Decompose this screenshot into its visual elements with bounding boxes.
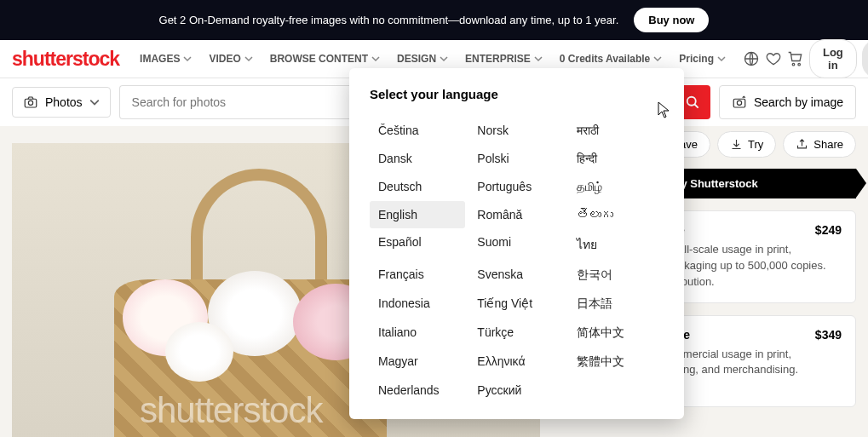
svg-point-1	[792, 63, 795, 66]
language-option[interactable]: Español	[370, 228, 465, 261]
nav-images[interactable]: IMAGES	[133, 48, 198, 70]
promo-bar: Get 2 On-Demand royalty-free images with…	[0, 0, 868, 40]
language-option[interactable]: தமிழ்	[568, 173, 664, 201]
globe-icon	[743, 50, 760, 67]
language-option[interactable]: Tiếng Việt	[468, 290, 564, 319]
language-option[interactable]: Ελληνικά	[468, 348, 564, 377]
login-button[interactable]: Log in	[809, 39, 857, 78]
nav-video[interactable]: VIDEO	[202, 48, 259, 70]
share-icon	[796, 138, 808, 151]
signup-button[interactable]: Sign up	[862, 39, 868, 78]
cart-button[interactable]	[787, 44, 804, 73]
language-option[interactable]: हिन्दी	[568, 145, 664, 173]
language-grid: ČeštinaNorskमराठीDanskPolskiहिन्दीDeutsc…	[370, 117, 664, 404]
search-type-label: Photos	[45, 95, 83, 109]
cart-icon	[787, 50, 804, 67]
download-icon	[730, 138, 743, 151]
chevron-down-icon	[183, 55, 192, 63]
language-option[interactable]: Čeština	[370, 117, 465, 145]
chevron-down-icon	[244, 55, 253, 63]
language-option[interactable]: Polski	[468, 145, 564, 173]
language-option[interactable]: Magyar	[370, 348, 465, 377]
svg-point-7	[737, 101, 741, 105]
try-button[interactable]: Try	[717, 131, 776, 158]
nav-label: DESIGN	[397, 53, 436, 65]
search-by-image-button[interactable]: Search by image	[719, 85, 856, 119]
language-option[interactable]: 한국어	[568, 261, 664, 290]
language-option[interactable]: Français	[370, 261, 465, 290]
language-option[interactable]: Indonesia	[370, 290, 465, 319]
chevron-down-icon	[440, 55, 448, 63]
language-button[interactable]	[743, 44, 760, 73]
nav-browse[interactable]: BROWSE CONTENT	[263, 48, 387, 70]
heart-icon	[765, 50, 782, 67]
language-option[interactable]: Nederlands	[370, 377, 465, 404]
language-dropdown: Select your language ČeštinaNorskमराठीDa…	[349, 68, 684, 419]
svg-point-5	[687, 97, 696, 106]
nav-enterprise[interactable]: ENTERPRISE	[458, 48, 549, 70]
language-option[interactable]: 繁體中文	[568, 348, 664, 377]
image-search-icon	[732, 95, 747, 110]
language-option[interactable]: Türkçe	[468, 319, 564, 348]
language-option[interactable]: मराठी	[568, 117, 664, 145]
chevron-down-icon	[89, 97, 100, 107]
language-option[interactable]: Português	[468, 173, 564, 201]
try-label: Try	[748, 138, 763, 151]
chevron-down-icon	[371, 55, 380, 63]
language-option[interactable]: ไทย	[568, 228, 664, 261]
svg-point-2	[798, 63, 801, 66]
chevron-down-icon	[717, 55, 726, 63]
language-option[interactable]: Suomi	[468, 228, 564, 261]
brand-logo[interactable]: shutterstock	[12, 48, 119, 71]
search-type-selector[interactable]: Photos	[12, 87, 111, 118]
favorites-button[interactable]	[765, 44, 782, 73]
language-option[interactable]: Română	[468, 201, 564, 228]
svg-point-4	[28, 101, 32, 105]
language-option[interactable]: Русский	[468, 377, 564, 404]
license-price: $349	[815, 328, 842, 342]
language-option[interactable]: 日本語	[568, 290, 664, 319]
nav-label: ENTERPRISE	[465, 53, 531, 65]
search-by-image-label: Search by image	[754, 95, 843, 109]
share-label: Share	[813, 138, 843, 151]
language-option[interactable]: Deutsch	[370, 173, 465, 201]
license-price: $249	[815, 223, 842, 237]
language-option[interactable]: Norsk	[468, 117, 564, 145]
language-dropdown-title: Select your language	[370, 87, 664, 101]
nav-label: BROWSE CONTENT	[270, 53, 368, 65]
chevron-down-icon	[534, 55, 543, 63]
share-button[interactable]: Share	[783, 131, 856, 158]
buy-now-button[interactable]: Buy now	[634, 8, 709, 32]
language-option[interactable]: English	[370, 201, 465, 228]
chevron-down-icon	[653, 55, 662, 63]
language-option[interactable]: Svenska	[468, 261, 564, 290]
language-option[interactable]: Italiano	[370, 319, 465, 348]
nav-label: VIDEO	[209, 53, 240, 65]
promo-text: Get 2 On-Demand royalty-free images with…	[159, 14, 619, 26]
nav-label: IMAGES	[140, 53, 180, 65]
nav-design[interactable]: DESIGN	[390, 48, 455, 70]
language-option[interactable]: 简体中文	[568, 319, 664, 348]
language-option[interactable]: తెలుగు	[568, 201, 664, 228]
search-icon	[684, 94, 701, 111]
nav-label: 0 Credits Available	[560, 53, 651, 65]
camera-icon	[23, 95, 38, 110]
nav-items: IMAGES VIDEO BROWSE CONTENT DESIGN ENTER…	[133, 48, 733, 70]
nav-pricing[interactable]: Pricing	[672, 48, 733, 70]
language-option[interactable]: Dansk	[370, 145, 465, 173]
nav-credits[interactable]: 0 Credits Available	[553, 48, 670, 70]
nav-label: Pricing	[679, 53, 714, 65]
